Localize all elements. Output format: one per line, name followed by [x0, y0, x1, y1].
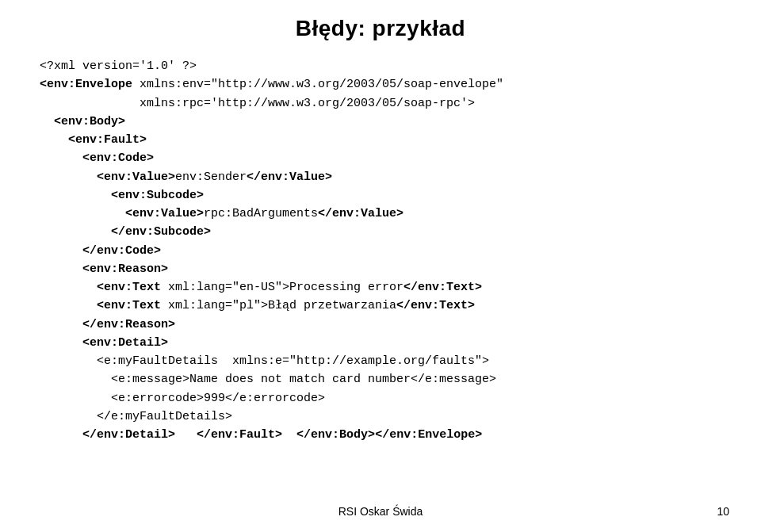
- code-line-11: </env:Code>: [40, 244, 161, 258]
- code-line-15: </env:Reason>: [40, 318, 175, 331]
- code-block: <?xml version='1.0' ?> <env:Envelope xml…: [32, 57, 729, 444]
- code-line-4: <env:Body>: [40, 115, 125, 128]
- code-line-19: <e:errorcode>999</e:errorcode>: [40, 392, 325, 405]
- code-line-14: <env:Text xml:lang="pl">Błąd przetwarzan…: [40, 299, 475, 312]
- code-line-10: </env:Subcode>: [40, 225, 211, 239]
- footer-author: RSI Oskar Świda: [0, 505, 761, 518]
- code-line-1: <?xml version='1.0' ?>: [40, 59, 197, 73]
- code-line-21: </env:Detail> </env:Fault> </env:Body></…: [40, 428, 482, 442]
- code-line-3: xmlns:rpc='http://www.w3.org/2003/05/soa…: [40, 97, 475, 110]
- code-line-2: <env:Envelope xmlns:env="http://www.w3.o…: [40, 78, 503, 91]
- code-line-7: <env:Value>env:Sender</env:Value>: [40, 170, 332, 184]
- code-line-5: <env:Fault>: [40, 133, 147, 147]
- code-line-16: <env:Detail>: [40, 336, 168, 350]
- code-line-18: <e:message>Name does not match card numb…: [40, 373, 496, 386]
- page-container: Błędy: przykład <?xml version='1.0' ?> <…: [0, 0, 761, 532]
- code-line-9: <env:Value>rpc:BadArguments</env:Value>: [40, 207, 403, 220]
- footer-page: 10: [717, 505, 729, 518]
- code-line-20: </e:myFaultDetails>: [40, 410, 232, 423]
- code-line-8: <env:Subcode>: [40, 189, 204, 202]
- page-title: Błędy: przykład: [32, 16, 729, 41]
- code-line-12: <env:Reason>: [40, 262, 168, 276]
- code-line-6: <env:Code>: [40, 151, 154, 165]
- footer-author-text: RSI Oskar Świda: [338, 505, 423, 518]
- code-line-17: <e:myFaultDetails xmlns:e="http://exampl…: [40, 354, 489, 368]
- code-line-13: <env:Text xml:lang="en-US">Processing er…: [40, 281, 482, 294]
